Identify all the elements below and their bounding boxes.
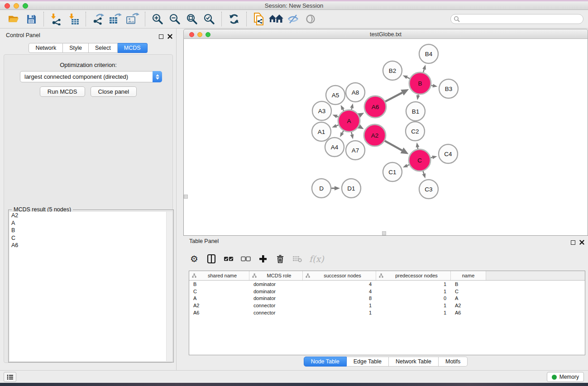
table-row[interactable]: Cdominator41C: [189, 288, 585, 295]
export-image-icon[interactable]: [124, 11, 141, 27]
mcds-result-box: MCDS result (5 nodes) A2ABCA6: [8, 210, 174, 362]
delete-column-trash-icon[interactable]: [275, 252, 286, 266]
table-row[interactable]: Bdominator41B: [189, 281, 585, 288]
close-panel-icon[interactable]: [167, 33, 172, 41]
edge-B-B2[interactable]: [407, 77, 410, 79]
edge-C-C1[interactable]: [407, 165, 409, 166]
edge-B-B3[interactable]: [431, 86, 433, 86]
clone-network-icon[interactable]: [250, 11, 268, 27]
table-row[interactable]: Adominator80A: [189, 295, 585, 302]
result-item[interactable]: A2: [10, 212, 166, 219]
tab-edge-table[interactable]: Edge Table: [347, 357, 389, 367]
tab-style[interactable]: Style: [63, 43, 89, 53]
columns-icon[interactable]: [206, 252, 217, 266]
vertical-scroll-thumb[interactable]: [184, 195, 188, 199]
criterion-dropdown[interactable]: largest connected component (directed): [20, 71, 162, 82]
deselect-all-icon[interactable]: [240, 252, 251, 266]
node-label-C4: C4: [444, 151, 452, 157]
cell-predecessor_nodes: 1: [376, 281, 451, 287]
node-label-B4: B4: [425, 51, 433, 57]
network-graph[interactable]: B4B2BB3A8A5A6A3B1AC2A1A2A4A7C4CC1DD1C3: [184, 39, 588, 235]
horizontal-scroll-thumb[interactable]: [382, 231, 386, 235]
float-table-panel-icon[interactable]: [571, 240, 575, 245]
toolbar-separator: [86, 12, 86, 26]
result-item[interactable]: B: [10, 227, 166, 234]
zoom-fit-icon[interactable]: [183, 11, 201, 27]
import-table-icon[interactable]: [65, 11, 82, 27]
zoom-in-icon[interactable]: [149, 11, 166, 27]
edge-A-A4[interactable]: [342, 131, 344, 133]
edge-A-A7[interactable]: [351, 132, 352, 134]
float-panel-icon[interactable]: [159, 34, 163, 39]
column-header-name[interactable]: name: [451, 271, 486, 280]
close-panel-button[interactable]: Close panel: [91, 86, 137, 97]
tab-network[interactable]: Network: [29, 43, 63, 53]
edge-C-C4[interactable]: [430, 157, 432, 158]
column-header-shared-name[interactable]: shared name: [189, 271, 249, 280]
apply-layout-icon[interactable]: [225, 11, 243, 27]
edge-A-A5[interactable]: [343, 109, 344, 110]
tab-mcds[interactable]: MCDS: [118, 43, 148, 53]
memory-button[interactable]: Memory: [547, 372, 584, 382]
node-label-C3: C3: [425, 186, 432, 193]
result-scrollbar[interactable]: [166, 212, 172, 361]
node-table[interactable]: shared nameMCDS rolesuccessor nodesprede…: [189, 271, 585, 355]
edge-C-C2[interactable]: [417, 147, 418, 149]
edge-A-A8[interactable]: [351, 108, 352, 110]
edge-B-B4[interactable]: [423, 69, 424, 72]
toolbar-separator: [246, 12, 247, 26]
search-input[interactable]: [450, 14, 583, 24]
control-panel-title: Control Panel: [6, 32, 40, 38]
add-column-icon[interactable]: [258, 252, 268, 266]
node-label-A: A: [347, 118, 351, 124]
cell-successor_nodes: 4: [303, 281, 376, 287]
zoom-out-icon[interactable]: [166, 11, 183, 27]
save-session-icon[interactable]: [23, 11, 40, 27]
edge-A-A1[interactable]: [336, 125, 339, 126]
network-view-window: testGlobe.txt B4B2BB3A8A5A6A3B1AC2A1A2A4…: [183, 29, 588, 236]
cell-predecessor_nodes: 1: [376, 289, 451, 294]
edge-arrowhead: [416, 143, 420, 148]
table-row[interactable]: A2connector11A2: [189, 302, 585, 309]
export-table-icon[interactable]: [107, 11, 124, 27]
column-header-successor-nodes[interactable]: successor nodes: [303, 271, 376, 280]
node-label-A2: A2: [371, 132, 379, 139]
window-title: Session: New Session: [0, 2, 588, 9]
tab-select[interactable]: Select: [89, 43, 118, 53]
result-item[interactable]: C: [10, 234, 166, 242]
edge-C-C3[interactable]: [423, 171, 424, 174]
node-label-A3: A3: [318, 108, 326, 114]
tab-node-table[interactable]: Node Table: [304, 357, 347, 367]
column-header-predecessor-nodes[interactable]: predecessor nodes: [376, 271, 451, 280]
task-history-button[interactable]: [4, 372, 16, 382]
mcds-result-list[interactable]: A2ABCA6: [10, 212, 166, 361]
result-item[interactable]: A6: [10, 242, 166, 249]
node-label-D: D: [319, 185, 324, 192]
tab-motifs[interactable]: Motifs: [439, 357, 468, 367]
edge-arrowhead: [432, 84, 437, 87]
table-row[interactable]: A6connector11A6: [189, 309, 585, 316]
edge-arrowhead: [340, 132, 344, 137]
show-graphics-eye-icon[interactable]: [302, 11, 319, 27]
run-mcds-button[interactable]: Run MCDS: [40, 86, 85, 97]
table-settings-gear-icon[interactable]: ⚙: [189, 252, 200, 266]
table-panel-title: Table Panel: [189, 238, 219, 244]
edge-A-A3[interactable]: [337, 116, 338, 117]
edge-A6-B[interactable]: [385, 93, 402, 102]
hide-panel-eye-icon[interactable]: [285, 11, 302, 27]
cell-name: A: [451, 295, 486, 301]
select-all-icon[interactable]: [223, 252, 234, 266]
home-view-icon[interactable]: [268, 11, 285, 27]
network-canvas[interactable]: B4B2BB3A8A5A6A3B1AC2A1A2A4A7C4CC1DD1C3: [183, 39, 588, 236]
close-table-panel-icon[interactable]: [579, 238, 584, 247]
open-session-icon[interactable]: [5, 11, 23, 27]
zoom-selected-icon[interactable]: [201, 11, 218, 27]
result-item[interactable]: A: [10, 219, 166, 227]
import-network-icon[interactable]: [48, 11, 65, 27]
export-network-icon[interactable]: [90, 11, 107, 27]
tab-network-table[interactable]: Network Table: [389, 357, 439, 367]
column-header-MCDS-role[interactable]: MCDS role: [249, 271, 303, 280]
main-toolbar: [0, 10, 588, 29]
edge-arrowhead: [332, 124, 337, 128]
edge-A2-C[interactable]: [385, 141, 402, 150]
